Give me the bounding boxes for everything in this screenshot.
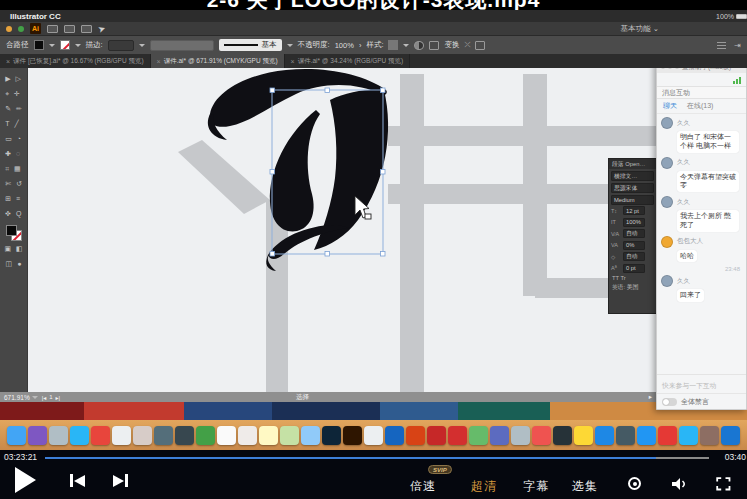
tool-icon[interactable]: ▦: [14, 165, 21, 173]
brush-definition-field[interactable]: [150, 40, 214, 51]
first-artboard-icon[interactable]: |◂: [42, 394, 47, 401]
quality-button[interactable]: 超清: [471, 478, 497, 495]
document-tab[interactable]: × 课件.ai* @ 671.91% (CMYK/GPU 预览): [151, 54, 285, 68]
stroke-style-selector[interactable]: 基本: [219, 39, 282, 51]
dock-icon[interactable]: [469, 426, 488, 445]
dock-icon[interactable]: [217, 426, 236, 445]
style-dropdown-icon[interactable]: [287, 44, 293, 47]
avatar[interactable]: [661, 157, 673, 169]
dock-icon[interactable]: [553, 426, 572, 445]
tool-icon[interactable]: ◌: [16, 150, 20, 157]
dock-icon[interactable]: [490, 426, 509, 445]
previous-episode-button[interactable]: [70, 474, 85, 487]
minimize-button[interactable]: [6, 26, 12, 32]
tab-chat[interactable]: 聊天: [663, 101, 677, 111]
artboard-canvas[interactable]: [28, 68, 657, 392]
window-icon-3[interactable]: [81, 25, 92, 33]
dock-icon[interactable]: [658, 426, 677, 445]
screen-mode-icon[interactable]: ●: [17, 260, 21, 267]
graphic-style-dropdown-icon[interactable]: [403, 44, 409, 47]
dock-icon[interactable]: [574, 426, 593, 445]
align-panel-icon[interactable]: [429, 41, 439, 50]
tool-icon[interactable]: ≡: [16, 195, 20, 202]
zoom-button[interactable]: [18, 26, 24, 32]
next-episode-button[interactable]: [113, 474, 128, 487]
dock-icon[interactable]: [595, 426, 614, 445]
share-cursor-icon[interactable]: ➤: [97, 23, 108, 35]
fullscreen-icon[interactable]: [716, 477, 731, 495]
chat-input[interactable]: 快来参与一下互动: [662, 381, 741, 391]
dock-icon[interactable]: [343, 426, 362, 445]
dock-icon[interactable]: [7, 426, 26, 445]
panel-grip-icon[interactable]: [717, 41, 726, 49]
avatar[interactable]: [661, 236, 673, 248]
setting-value[interactable]: 12 pt: [623, 206, 645, 215]
fill-stroke-indicator[interactable]: [6, 225, 22, 241]
dock-icon[interactable]: [679, 426, 698, 445]
zoom-level-dropdown[interactable]: 671.91%: [4, 394, 38, 401]
avatar[interactable]: [661, 196, 673, 208]
fill-dropdown-icon[interactable]: [49, 44, 55, 47]
tool-icon[interactable]: ⌗: [5, 165, 9, 173]
playback-speed-button[interactable]: 倍速: [410, 478, 436, 495]
tool-icon[interactable]: ✚: [5, 150, 11, 158]
avatar[interactable]: [661, 275, 673, 287]
dock-icon[interactable]: [70, 426, 89, 445]
tool-icon[interactable]: ✄: [5, 180, 11, 188]
setting-value[interactable]: 0 pt: [623, 264, 645, 273]
tool-icon[interactable]: ◔: [17, 135, 21, 142]
tool-icon[interactable]: ✎: [5, 105, 11, 113]
draw-mode-icon[interactable]: ◫: [6, 260, 13, 268]
fill-color-swatch[interactable]: [34, 40, 44, 50]
stroke-weight-dropdown-icon[interactable]: [139, 44, 145, 47]
screencast-icon[interactable]: [628, 477, 641, 490]
avatar[interactable]: [661, 117, 673, 129]
episode-list-button[interactable]: 选集: [572, 478, 598, 495]
workspace-switcher[interactable]: 基本功能 ⌄: [621, 24, 659, 34]
tool-icon[interactable]: ▭: [5, 135, 12, 143]
window-icon-1[interactable]: [47, 25, 58, 33]
artboard-number[interactable]: 1: [49, 394, 52, 400]
progress-bar[interactable]: [45, 457, 709, 459]
last-artboard-icon[interactable]: ▸|: [56, 394, 61, 401]
graphic-style-swatch[interactable]: [388, 40, 398, 50]
status-more-icon[interactable]: ▸: [649, 393, 652, 401]
dock-icon[interactable]: [448, 426, 467, 445]
dock-icon[interactable]: [112, 426, 131, 445]
setting-value[interactable]: 100%: [623, 218, 645, 227]
stroke-color-swatch[interactable]: [60, 40, 70, 50]
volume-icon[interactable]: [671, 477, 688, 495]
tool-icon[interactable]: ╱: [14, 120, 18, 128]
color-mode-icon[interactable]: ▣: [4, 245, 11, 253]
language-selector[interactable]: 英语: 美国: [609, 282, 656, 293]
font-style-field[interactable]: Medium: [611, 195, 654, 205]
arrange-icon[interactable]: [475, 41, 485, 50]
case-buttons[interactable]: TT Tr: [609, 274, 656, 282]
window-icon-2[interactable]: [64, 25, 75, 33]
dock-icon[interactable]: [406, 426, 425, 445]
tool-icon[interactable]: Q: [16, 210, 21, 217]
dock-icon[interactable]: [616, 426, 635, 445]
tool-icon[interactable]: ↺: [16, 180, 22, 188]
dock-icon[interactable]: [133, 426, 152, 445]
dock-icon[interactable]: [259, 426, 278, 445]
dock-icon[interactable]: [427, 426, 446, 445]
setting-value[interactable]: 0%: [623, 241, 645, 250]
tool-icon[interactable]: ⌖: [5, 90, 9, 98]
character-panel-tabs[interactable]: 段落 Open…: [609, 159, 656, 169]
dock-icon[interactable]: [280, 426, 299, 445]
tool-icon[interactable]: ✜: [5, 210, 11, 218]
setting-value[interactable]: 自动: [623, 229, 645, 238]
dock-icon[interactable]: [175, 426, 194, 445]
dock-icon[interactable]: [637, 426, 656, 445]
transform-label[interactable]: 变换: [444, 40, 459, 50]
setting-value[interactable]: 自动: [623, 252, 645, 261]
dock-icon[interactable]: [196, 426, 215, 445]
dock-icon[interactable]: [49, 426, 68, 445]
dock-icon[interactable]: [511, 426, 530, 445]
dock-icon[interactable]: [91, 426, 110, 445]
close-tab-icon[interactable]: ×: [157, 58, 161, 65]
gradient-icon[interactable]: ◧: [16, 245, 23, 253]
dock-icon[interactable]: [532, 426, 551, 445]
font-family-field[interactable]: 思源宋体: [611, 183, 654, 193]
